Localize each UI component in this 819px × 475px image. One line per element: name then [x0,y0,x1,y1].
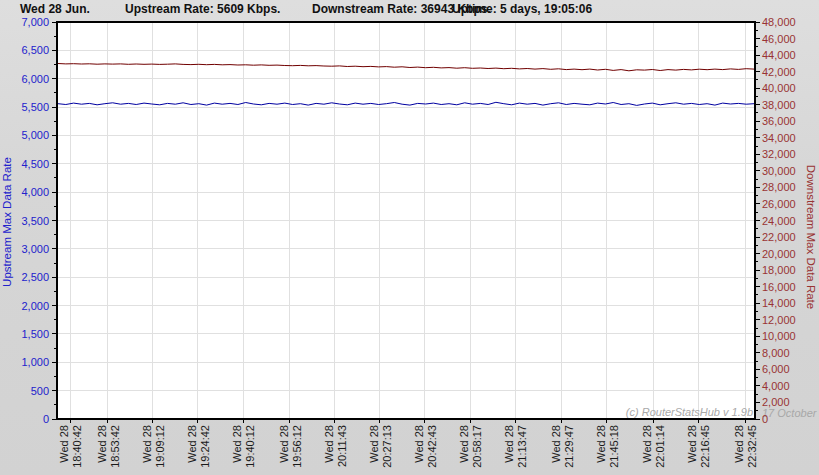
right-axis-tick-label: 0 [762,413,768,425]
x-tick-time-label: 21:29:47 [563,425,575,468]
x-tick-time-label: 21:13:47 [516,425,528,468]
x-tick-time-label: 18:53:42 [109,425,121,468]
right-axis-tick-label: 34,000 [762,132,796,144]
x-tick-day-label: Wed 28 [595,425,607,463]
right-axis-tick-label: 16,000 [762,281,796,293]
right-axis-tick-label: 22,000 [762,231,796,243]
right-axis-tick-label: 10,000 [762,330,796,342]
x-tick-day-label: Wed 28 [550,425,562,463]
x-tick-day-label: Wed 28 [733,425,745,463]
x-tick-day-label: Wed 28 [641,425,653,463]
right-axis-tick-label: 6,000 [762,363,790,375]
header-upstream-rate: Upstream Rate: 5609 Kbps. [125,2,280,16]
left-axis-tick-label: 1,500 [21,328,49,340]
header-uptime: Uptime: 5 days, 19:05:06 [452,2,592,16]
watermark-text: (c) RouterStatsHub v 1.9b [626,406,753,418]
x-tick-time-label: 19:40:12 [244,425,256,468]
right-axis-tick-label: 40,000 [762,82,796,94]
x-tick-time-label: 18:40:42 [71,425,83,468]
right-axis-tick-label: 26,000 [762,198,796,210]
right-axis-tick-label: 4,000 [762,380,790,392]
x-tick-day-label: Wed 28 [141,425,153,463]
left-axis-tick-label: 3,500 [21,215,49,227]
left-axis-tick-label: 3,000 [21,243,49,255]
x-tick-time-label: 21:45:18 [608,425,620,468]
x-tick-time-label: 22:32:45 [746,425,758,468]
x-tick-time-label: 19:24:42 [199,425,211,468]
header-date: Wed 28 Jun. [20,2,90,16]
x-tick-day-label: Wed 28 [96,425,108,463]
x-tick-day-label: Wed 28 [503,425,515,463]
left-axis-tick-label: 2,500 [21,271,49,283]
x-tick-day-label: Wed 28 [58,425,70,463]
x-tick-day-label: Wed 28 [323,425,335,463]
right-axis-tick-label: 12,000 [762,314,796,326]
x-tick-time-label: 19:09:12 [154,425,166,468]
right-axis-tick-label: 28,000 [762,181,796,193]
x-tick-day-label: Wed 28 [278,425,290,463]
rate-chart: (c) RouterStatsHub v 1.9b17 October 2050… [0,0,819,475]
x-tick-time-label: 20:27:13 [381,425,393,468]
left-axis-tick-label: 6,000 [21,73,49,85]
right-axis-tick-label: 32,000 [762,148,796,160]
x-tick-time-label: 19:56:12 [291,425,303,468]
x-tick-day-label: Wed 28 [686,425,698,463]
right-axis-tick-label: 14,000 [762,297,796,309]
x-tick-day-label: Wed 28 [368,425,380,463]
right-axis-tick-label: 36,000 [762,115,796,127]
right-axis-tick-label: 24,000 [762,215,796,227]
left-axis-tick-label: 5,000 [21,129,49,141]
right-axis-tick-label: 18,000 [762,264,796,276]
left-axis-tick-label: 0 [43,413,49,425]
right-axis-tick-label: 46,000 [762,33,796,45]
left-axis-tick-label: 4,000 [21,186,49,198]
left-axis-tick-label: 6,500 [21,44,49,56]
right-axis-tick-label: 20,000 [762,248,796,260]
x-tick-time-label: 22:16:45 [699,425,711,468]
x-tick-time-label: 20:42:43 [426,425,438,468]
upstream-axis-title: Upstream Max Data Rate [1,157,13,287]
x-tick-time-label: 20:58:17 [471,425,483,468]
right-axis-tick-label: 8,000 [762,347,790,359]
x-tick-day-label: Wed 28 [413,425,425,463]
left-axis-tick-label: 5,500 [21,101,49,113]
status-header: Wed 28 Jun. Upstream Rate: 5609 Kbps. Do… [0,0,819,20]
right-axis-tick-label: 42,000 [762,66,796,78]
x-tick-time-label: 20:11:43 [336,425,348,467]
watermark-date-text: 17 October 2 [762,407,819,419]
right-axis-tick-label: 38,000 [762,99,796,111]
x-tick-day-label: Wed 28 [186,425,198,463]
x-tick-day-label: Wed 28 [458,425,470,463]
left-axis-tick-label: 2,000 [21,300,49,312]
left-axis-tick-label: 4,500 [21,158,49,170]
right-axis-tick-label: 44,000 [762,49,796,61]
right-axis-tick-label: 2,000 [762,396,790,408]
left-axis-tick-label: 500 [31,385,49,397]
x-tick-day-label: Wed 28 [231,425,243,463]
left-axis-tick-label: 1,000 [21,356,49,368]
right-axis-tick-label: 30,000 [762,165,796,177]
x-tick-time-label: 22:01:14 [654,425,666,468]
downstream-axis-title: Downstream Max Data Rate [805,165,817,309]
